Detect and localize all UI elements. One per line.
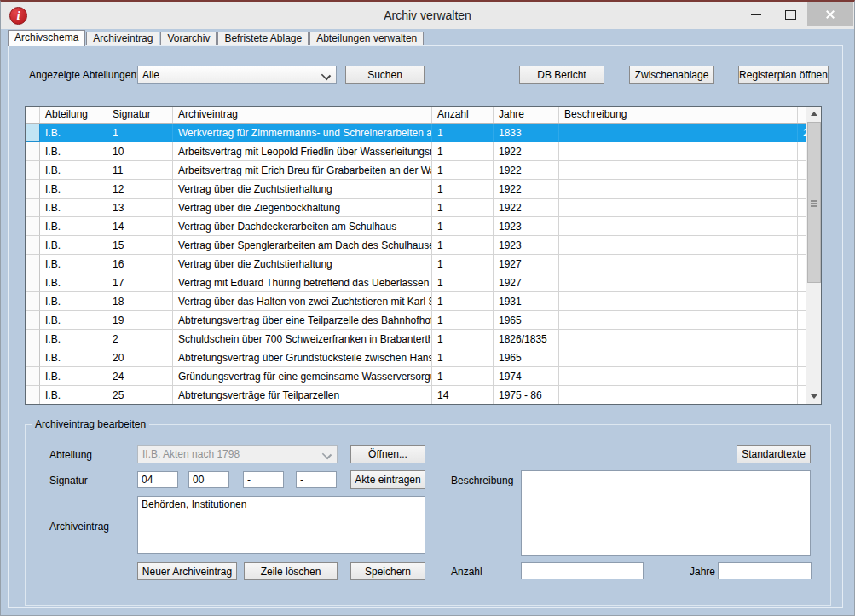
table-row[interactable]: I.B.13Vertrag über die Ziegenbockhaltung… bbox=[26, 199, 821, 217]
table-cell-archiveintrag[interactable]: Arbeitsvertrag mit Leopold Friedlin über… bbox=[173, 142, 432, 161]
table-row[interactable]: I.B.15Vertrag über Spenglerarbeiten am D… bbox=[26, 236, 821, 255]
row-header-cell[interactable] bbox=[26, 330, 40, 348]
table-cell-anzahl[interactable]: 1 bbox=[432, 348, 494, 367]
row-header-cell[interactable] bbox=[26, 367, 40, 386]
table-cell-abteilung[interactable]: I.B. bbox=[40, 311, 107, 330]
table-cell-anzahl[interactable]: 1 bbox=[432, 161, 494, 180]
row-header-cell[interactable] bbox=[26, 124, 40, 142]
table-cell-signatur[interactable]: 13 bbox=[107, 199, 173, 217]
new-entry-button[interactable]: Neuer Archiveintrag bbox=[137, 562, 237, 580]
table-cell-signatur[interactable]: 17 bbox=[107, 273, 173, 292]
table-cell-beschreibung[interactable] bbox=[559, 142, 798, 161]
table-row[interactable]: I.B.20Abtretungsvertrag über Grundstücks… bbox=[26, 348, 821, 367]
table-cell-archiveintrag[interactable]: Vertrag über die Zuchtstierhaltung bbox=[173, 180, 432, 199]
table-cell-signatur[interactable]: 18 bbox=[107, 292, 173, 311]
column-header[interactable]: Signatur bbox=[107, 107, 173, 123]
row-header-cell[interactable] bbox=[26, 386, 40, 405]
table-cell-anzahl[interactable]: 1 bbox=[432, 217, 494, 236]
abteilungen-filter-combobox[interactable]: Alle bbox=[137, 66, 337, 84]
table-cell-anzahl[interactable]: 1 bbox=[432, 311, 494, 330]
tab-archiveintrag[interactable]: Archiveintrag bbox=[86, 32, 159, 46]
table-cell-abteilung[interactable]: I.B. bbox=[40, 273, 107, 292]
table-row[interactable]: I.B.12Vertrag über die Zuchtstierhaltung… bbox=[26, 180, 821, 199]
table-cell-abteilung[interactable]: I.B. bbox=[40, 124, 107, 142]
table-cell-signatur[interactable]: 20 bbox=[107, 348, 173, 367]
table-cell-beschreibung[interactable] bbox=[559, 180, 798, 199]
standard-texts-button[interactable]: Standardtexte bbox=[737, 445, 811, 463]
table-cell-archiveintrag[interactable]: Abtretungsvertrag über eine Teilparzelle… bbox=[173, 311, 432, 330]
table-cell-beschreibung[interactable] bbox=[559, 367, 798, 386]
register-plan-button[interactable]: Registerplan öffnen bbox=[738, 66, 829, 84]
table-cell-jahre[interactable]: 1965 bbox=[494, 348, 559, 367]
row-header-cell[interactable] bbox=[26, 161, 40, 180]
archiveintrag-textarea[interactable]: Behörden, Institutionen bbox=[137, 496, 425, 554]
column-header[interactable]: Jahre bbox=[494, 107, 559, 123]
table-cell-jahre[interactable]: 1927 bbox=[494, 273, 559, 292]
column-header[interactable] bbox=[26, 107, 40, 123]
table-cell-signatur[interactable]: 16 bbox=[107, 255, 173, 273]
table-row[interactable]: I.B.14Vertrag über Dachdeckerarbeiten am… bbox=[26, 217, 821, 236]
table-cell-abteilung[interactable]: I.B. bbox=[40, 217, 107, 236]
signatur-field-2[interactable] bbox=[188, 471, 229, 488]
table-cell-abteilung[interactable]: I.B. bbox=[40, 386, 107, 405]
table-cell-anzahl[interactable]: 1 bbox=[432, 142, 494, 161]
beschreibung-textarea[interactable] bbox=[521, 470, 811, 556]
row-header-cell[interactable] bbox=[26, 255, 40, 273]
tab-archivschema[interactable]: Archivschema bbox=[8, 30, 85, 46]
save-button[interactable]: Speichern bbox=[350, 562, 425, 580]
table-cell-archiveintrag[interactable]: Vertrag über Spenglerarbeiten am Dach de… bbox=[173, 236, 432, 255]
table-cell-anzahl[interactable]: 1 bbox=[432, 292, 494, 311]
table-cell-abteilung[interactable]: I.B. bbox=[40, 180, 107, 199]
table-cell-beschreibung[interactable] bbox=[559, 292, 798, 311]
table-cell-archiveintrag[interactable]: Abtretungsvertrag über Grundstücksteile … bbox=[173, 348, 432, 367]
table-cell-archiveintrag[interactable]: Arbeitsvertrag mit Erich Breu für Grabar… bbox=[173, 161, 432, 180]
delete-row-button[interactable]: Zeile löschen bbox=[244, 562, 338, 580]
table-row[interactable]: I.B.2Schuldschein über 700 Schweizerfran… bbox=[26, 330, 821, 348]
tab-befristete-ablage[interactable]: Befristete Ablage bbox=[217, 32, 309, 46]
table-cell-abteilung[interactable]: I.B. bbox=[40, 367, 107, 386]
table-cell-abteilung[interactable]: I.B. bbox=[40, 142, 107, 161]
open-button[interactable]: Öffnen... bbox=[350, 445, 425, 463]
table-cell-archiveintrag[interactable]: Abtretungsverträge für Teilparzellen bbox=[173, 386, 432, 405]
table-cell-archiveintrag[interactable]: Vertrag über das Halten von zwei Zuchtst… bbox=[173, 292, 432, 311]
row-header-cell[interactable] bbox=[26, 180, 40, 199]
table-cell-signatur[interactable]: 2 bbox=[107, 330, 173, 348]
table-cell-abteilung[interactable]: I.B. bbox=[40, 348, 107, 367]
column-header[interactable]: Abteilung bbox=[40, 107, 107, 123]
table-cell-archiveintrag[interactable]: Vertrag über Dachdeckerarbeiten am Schul… bbox=[173, 217, 432, 236]
row-header-cell[interactable] bbox=[26, 311, 40, 330]
table-cell-archiveintrag[interactable]: Vertrag über die Zuchtstierhaltung bbox=[173, 255, 432, 273]
table-cell-anzahl[interactable]: 1 bbox=[432, 330, 494, 348]
table-cell-archiveintrag[interactable]: Werkvertrag für Zimmermanns- und Schrein… bbox=[173, 124, 432, 142]
table-cell-beschreibung[interactable] bbox=[559, 236, 798, 255]
table-cell-jahre[interactable]: 1975 - 86 bbox=[494, 386, 559, 405]
table-cell-archiveintrag[interactable]: Vertrag über die Ziegenbockhaltung bbox=[173, 199, 432, 217]
table-cell-signatur[interactable]: 1 bbox=[107, 124, 173, 142]
table-cell-anzahl[interactable]: 1 bbox=[432, 180, 494, 199]
signatur-field-1[interactable] bbox=[137, 471, 178, 488]
table-cell-jahre[interactable]: 1974 bbox=[494, 367, 559, 386]
table-cell-beschreibung[interactable] bbox=[559, 217, 798, 236]
row-header-cell[interactable] bbox=[26, 236, 40, 255]
table-cell-signatur[interactable]: 12 bbox=[107, 180, 173, 199]
scroll-down-button[interactable] bbox=[806, 389, 821, 404]
table-cell-anzahl[interactable]: 1 bbox=[432, 255, 494, 273]
scrollbar-thumb[interactable] bbox=[807, 122, 821, 283]
table-cell-jahre[interactable]: 1826/1835 bbox=[494, 330, 559, 348]
table-row[interactable]: I.B.19Abtretungsvertrag über eine Teilpa… bbox=[26, 311, 821, 330]
table-cell-signatur[interactable]: 25 bbox=[107, 386, 173, 405]
table-row[interactable]: I.B.11Arbeitsvertrag mit Erich Breu für … bbox=[26, 161, 821, 180]
close-button[interactable] bbox=[807, 2, 853, 26]
db-report-button[interactable]: DB Bericht bbox=[519, 66, 604, 84]
table-cell-jahre[interactable]: 1922 bbox=[494, 142, 559, 161]
table-cell-abteilung[interactable]: I.B. bbox=[40, 199, 107, 217]
table-cell-beschreibung[interactable] bbox=[559, 273, 798, 292]
tab-vorarchiv[interactable]: Vorarchiv bbox=[160, 32, 217, 46]
table-cell-signatur[interactable]: 11 bbox=[107, 161, 173, 180]
table-cell-archiveintrag[interactable]: Gründungsvertrag für eine gemeinsame Was… bbox=[173, 367, 432, 386]
table-row[interactable]: I.B.24Gründungsvertrag für eine gemeinsa… bbox=[26, 367, 821, 386]
table-cell-anzahl[interactable]: 14 bbox=[432, 386, 494, 405]
table-cell-abteilung[interactable]: I.B. bbox=[40, 236, 107, 255]
table-cell-jahre[interactable]: 1922 bbox=[494, 180, 559, 199]
table-cell-jahre[interactable]: 1923 bbox=[494, 236, 559, 255]
